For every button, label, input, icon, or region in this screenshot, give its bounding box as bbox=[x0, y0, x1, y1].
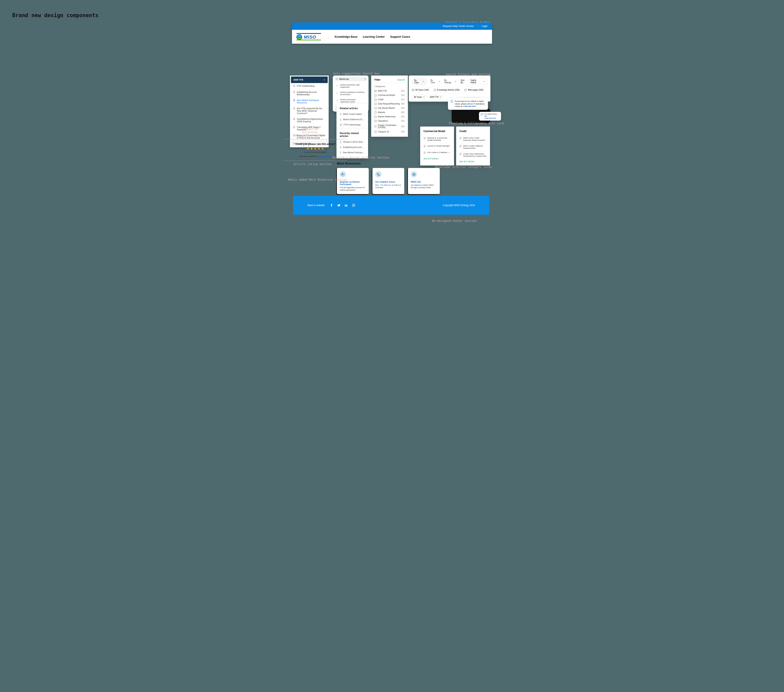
category-article-link[interactable]: Credit Case Submission Restricted by Con… bbox=[460, 151, 487, 159]
accordion-item[interactable]: Are FTRs Impacted By the New MISO Season… bbox=[291, 105, 328, 116]
checkbox-icon bbox=[374, 107, 377, 109]
rating-stars[interactable]: ★★★★★ bbox=[285, 146, 346, 151]
search-icon bbox=[336, 92, 338, 94]
article-link[interactable]: FTR Underfunding bbox=[340, 122, 365, 128]
see-all-link[interactable]: See all 4 articles bbox=[423, 158, 438, 160]
nav-support-cases[interactable]: Support Cases bbox=[390, 35, 410, 38]
more-questions: Have more questions? bbox=[299, 155, 318, 157]
resource-title: Our helpline hours bbox=[375, 181, 401, 183]
recent-title: Recently viewed articles bbox=[340, 132, 365, 138]
nav-learning-center[interactable]: Learning Center bbox=[363, 35, 385, 38]
category-article-link[interactable]: Network & Commercial Model Schedule bbox=[423, 135, 451, 143]
nav-knowledge-base[interactable]: Knowledge Base bbox=[334, 35, 357, 38]
category-article-link[interactable]: When is the Credit Exposure Report poste… bbox=[460, 135, 487, 143]
article-link[interactable]: MISO Credit Collateral Require… bbox=[340, 112, 365, 117]
svg-line-3 bbox=[338, 86, 338, 87]
resource-title: Register as Market Participant bbox=[340, 181, 366, 186]
facet-by-type[interactable]: By Type bbox=[412, 78, 427, 85]
checkbox-icon bbox=[374, 120, 377, 122]
category-article-link[interactable]: MISO Credit Collateral Requirements bbox=[460, 143, 487, 151]
category-label: Operations bbox=[378, 120, 388, 122]
label-rating: Article rating section bbox=[293, 163, 326, 166]
accordion-item[interactable]: Grandfathered Agreements (GFA) Expiring bbox=[291, 116, 328, 124]
facebook-icon[interactable] bbox=[330, 204, 333, 207]
checkbox-icon bbox=[374, 125, 376, 127]
category-label: Market Settlements bbox=[378, 115, 395, 118]
search-icon bbox=[336, 85, 338, 87]
logo-badge-icon bbox=[296, 34, 302, 40]
chevron-down-icon bbox=[455, 81, 456, 82]
type-option-label: Knowledge Articles (200) bbox=[437, 89, 460, 91]
category-count: (05) bbox=[401, 111, 405, 113]
rating-sub: 1 out of 5 found this helpful bbox=[285, 151, 346, 153]
document-icon bbox=[460, 137, 462, 141]
rating-prompt: Could you please rate this article? bbox=[285, 143, 346, 146]
search-input[interactable] bbox=[339, 78, 364, 80]
category-label: Category 10 bbox=[378, 131, 389, 133]
filter-category[interactable]: Markets (05) bbox=[374, 110, 405, 115]
accordion-item-label: Are FTRs Impacted By the New MISO Season… bbox=[297, 107, 326, 115]
type-option[interactable]: Knowledge Articles (200) bbox=[434, 89, 460, 91]
phone-number: 1-866-296-6476. bbox=[463, 105, 477, 107]
svg-point-12 bbox=[353, 205, 354, 206]
sortby-select[interactable]: Highly Rated bbox=[469, 78, 487, 85]
filter-category[interactable]: ARR FTR (05) bbox=[374, 89, 405, 93]
resource-card[interactable]: MISO 101 Get started to explore MISO thr… bbox=[408, 168, 440, 194]
filter-category[interactable]: Data Request/Reporting (05) bbox=[374, 102, 405, 106]
document-icon bbox=[293, 85, 295, 87]
chip-remove-icon[interactable]: × bbox=[440, 96, 441, 98]
linkedin-icon[interactable] bbox=[345, 204, 348, 207]
search-input-wrap[interactable] bbox=[334, 77, 367, 81]
filter-category[interactable]: Category 10 (05) bbox=[374, 130, 405, 134]
filter-category[interactable]: Operations (05) bbox=[374, 119, 405, 123]
login-link[interactable]: Login bbox=[482, 25, 488, 28]
document-icon bbox=[293, 107, 295, 115]
related-title: Related articles bbox=[340, 107, 365, 110]
info-card-large: i If your issue is of a critical or urge… bbox=[448, 98, 488, 110]
chip-remove-icon[interactable]: × bbox=[423, 96, 425, 98]
categories-heading: Categories bbox=[374, 85, 405, 87]
category-label: Markets bbox=[378, 111, 385, 113]
type-option[interactable]: Web pages (200) bbox=[464, 89, 483, 91]
accordion-header[interactable]: ARR FTR bbox=[291, 77, 328, 83]
facet-by-ratings[interactable]: By Ratings bbox=[444, 79, 456, 84]
facet-by-type-label: By Type bbox=[414, 79, 422, 84]
see-all-link[interactable]: See all 2 articles bbox=[460, 160, 474, 163]
facet-by-time[interactable]: By Time bbox=[431, 79, 440, 84]
document-icon bbox=[460, 153, 462, 157]
category-label: ARR FTR bbox=[378, 90, 387, 92]
accordion-item[interactable]: FTR Underfunding bbox=[291, 83, 328, 89]
search-suggestion[interactable]: Market participant workshop presentation bbox=[333, 90, 369, 97]
twitter-icon[interactable] bbox=[337, 204, 341, 207]
accordion-item[interactable]: New Market Participant Resources bbox=[291, 97, 328, 105]
more-resources: More Resources Register as Market Partic… bbox=[337, 162, 440, 194]
instagram-icon[interactable] bbox=[352, 204, 355, 207]
submit-request-link[interactable]: Submit a request bbox=[318, 155, 332, 157]
filter-category[interactable]: Market Settlements (05) bbox=[374, 115, 405, 119]
article-link[interactable]: Market Settlement Disputes an… bbox=[340, 117, 365, 122]
svg-rect-11 bbox=[352, 204, 355, 207]
request-access-link[interactable]: Request Help Center Access bbox=[443, 25, 474, 28]
logo[interactable]: MISO bbox=[296, 33, 321, 40]
accordion-item[interactable]: Establishing Account Relationships bbox=[291, 89, 328, 97]
category-article-link[interactable]: JOU Units in 2 Markets★ bbox=[423, 150, 451, 156]
category-article-link[interactable]: Access to Model Manager bbox=[423, 143, 451, 150]
category-count: (05) bbox=[401, 120, 405, 122]
filter-category[interactable]: Commercial Model (03) bbox=[374, 93, 405, 97]
type-option-label: All Types (190) bbox=[415, 89, 429, 91]
search-suggestion[interactable]: Market participant registration guide bbox=[333, 97, 369, 104]
svg-point-10 bbox=[342, 173, 343, 174]
filter-category[interactable]: Outage Coordination (CROW) (05) bbox=[374, 123, 405, 130]
filter-category[interactable]: Day Ahead Market (05) bbox=[374, 106, 405, 110]
search-icon bbox=[336, 78, 338, 80]
type-option-label: Web pages (200) bbox=[468, 89, 483, 91]
label-catcards: Knowledge articles Category Cards bbox=[435, 165, 492, 169]
resource-card[interactable]: Our helpline hours Mon - Fri: 8:00 a.m. … bbox=[372, 168, 404, 194]
type-option[interactable]: All Types (190) bbox=[412, 89, 429, 91]
search-suggestion[interactable]: Market participant split registration bbox=[333, 82, 369, 90]
back-to-website-link[interactable]: Back to website bbox=[308, 204, 324, 207]
svg-point-2 bbox=[336, 85, 338, 86]
checkbox-icon bbox=[464, 89, 466, 91]
filter-category[interactable]: Credit (02) bbox=[374, 97, 405, 102]
clear-all-button[interactable]: Clear All bbox=[397, 79, 405, 81]
